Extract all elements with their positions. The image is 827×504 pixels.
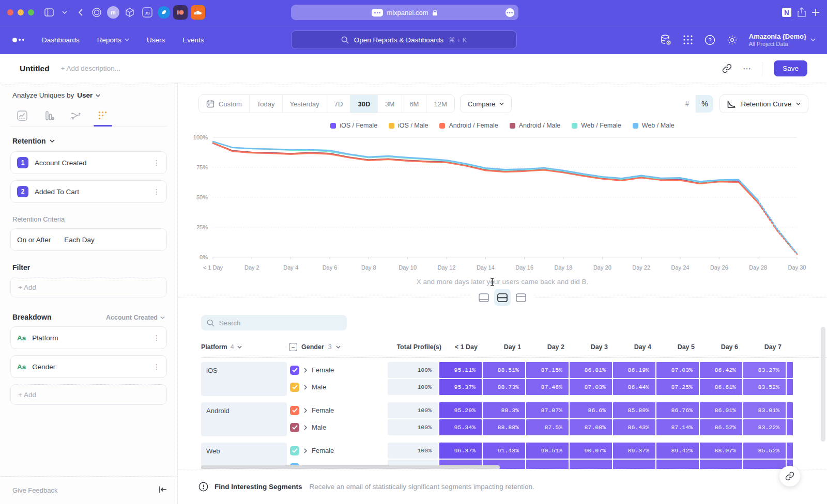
criteria-interval[interactable]: Each Day — [64, 236, 95, 244]
collapse-sidebar-icon[interactable] — [159, 486, 167, 495]
retention-value-cell[interactable]: 86.61% — [700, 379, 742, 395]
back-button[interactable] — [73, 6, 87, 19]
gender-column-header[interactable]: – Gender 3 — [289, 343, 390, 351]
retention-value-cell[interactable]: 87.08% — [570, 419, 612, 435]
retention-value-cell[interactable]: 86.44% — [613, 379, 655, 395]
legend-item[interactable]: Android / Female — [439, 122, 498, 129]
retention-value-cell[interactable]: 86.42% — [700, 362, 742, 378]
expand-chevron-icon[interactable] — [304, 385, 307, 390]
select-all-checkbox[interactable]: – — [289, 343, 297, 351]
breakdown-menu-button[interactable]: ⋮ — [153, 337, 160, 339]
share-icon[interactable] — [797, 7, 806, 18]
step-menu-button[interactable]: ⋮ — [153, 191, 160, 193]
save-button[interactable]: Save — [774, 60, 807, 76]
retention-section-header[interactable]: Retention — [12, 137, 165, 145]
table-search[interactable] — [201, 315, 347, 330]
breakdown-scope-dropdown[interactable]: Account Created — [106, 314, 165, 321]
give-feedback-link[interactable]: Give Feedback — [12, 486, 57, 494]
series-checkbox[interactable] — [290, 446, 299, 455]
retention-value-cell[interactable]: 86.01% — [700, 402, 742, 418]
table-search-input[interactable] — [219, 319, 333, 327]
retention-value-cell[interactable]: 91.43% — [483, 443, 525, 459]
value-mode-percent[interactable]: % — [696, 95, 713, 113]
series-checkbox[interactable] — [290, 383, 299, 392]
retention-value-cell[interactable]: 85.89% — [613, 402, 655, 418]
retention-value-cell[interactable]: 83.01% — [743, 402, 786, 418]
gender-cell[interactable]: Male — [289, 379, 388, 395]
legend-item[interactable]: Android / Male — [510, 122, 561, 129]
address-bar[interactable]: mixpanel.com ••• — [291, 5, 518, 20]
copy-link-icon[interactable] — [722, 64, 732, 73]
gender-cell[interactable]: Female — [289, 443, 388, 459]
gender-cell[interactable]: Male — [289, 419, 388, 435]
date-range-12m[interactable]: 12M — [426, 95, 454, 113]
breakdown-menu-button[interactable]: ⋮ — [153, 366, 160, 368]
retention-value-cell[interactable]: 87.03% — [656, 362, 699, 378]
expand-chevron-icon[interactable] — [304, 425, 307, 430]
add-filter-button[interactable]: + Add — [10, 277, 167, 297]
day-column-header[interactable]: Day 5 — [658, 343, 702, 351]
tab-funnels[interactable] — [38, 107, 60, 126]
retention-criteria-card[interactable]: On or After Each Day — [10, 228, 167, 251]
platform-cell[interactable]: Android — [201, 402, 287, 436]
retention-value-cell[interactable]: 87.03% — [570, 379, 612, 395]
retention-value-cell[interactable]: 87.5% — [526, 419, 569, 435]
expand-chevron-icon[interactable] — [304, 448, 307, 453]
retention-value-cell[interactable]: 86.6% — [570, 402, 612, 418]
breakdown-item-gender[interactable]: AaGender⋮ — [10, 355, 167, 378]
retention-value-cell[interactable]: 86.52% — [700, 419, 742, 435]
tab-flows[interactable] — [65, 107, 87, 126]
site-options-button[interactable]: ••• — [506, 8, 514, 17]
global-search-bar[interactable]: Open Reports & Dashboards ⌘ + K — [291, 30, 517, 49]
retention-value-cell[interactable]: 95.29% — [439, 402, 482, 418]
project-switcher[interactable]: Amazonia {Demo} All Project Data — [749, 33, 816, 47]
tab-retention[interactable] — [92, 107, 114, 126]
platform-column-header[interactable]: Platform 4 — [201, 343, 289, 351]
vertical-scrollbar[interactable] — [821, 327, 825, 442]
nav-link-dashboards[interactable]: Dashboards — [42, 36, 80, 44]
maximize-window-button[interactable] — [28, 9, 34, 15]
new-tab-plus-icon[interactable] — [811, 8, 820, 17]
legend-item[interactable]: Web / Female — [572, 122, 621, 129]
gender-cell[interactable]: Female — [289, 362, 388, 378]
series-checkbox[interactable] — [290, 406, 299, 415]
retention-value-cell[interactable]: 88.3% — [483, 402, 525, 418]
date-range-today[interactable]: Today — [250, 95, 283, 113]
gender-cell[interactable]: Female — [289, 402, 388, 418]
legend-item[interactable]: iOS / Female — [330, 122, 377, 129]
day-column-header[interactable]: Day 6 — [702, 343, 745, 351]
retention-value-cell[interactable]: 87.25% — [656, 379, 699, 395]
criteria-mode[interactable]: On or After — [17, 236, 51, 244]
date-range-3m[interactable]: 3M — [378, 95, 402, 113]
report-title[interactable]: Untitled — [20, 64, 50, 73]
help-icon[interactable]: ? — [705, 35, 715, 45]
notion-extension-icon[interactable]: N — [782, 7, 792, 18]
day-column-header[interactable]: Day 2 — [528, 343, 572, 351]
mixpanel-logo[interactable] — [12, 38, 24, 42]
retention-step-2[interactable]: 2Added To Cart⋮ — [10, 180, 167, 203]
nav-link-reports[interactable]: Reports — [97, 36, 129, 44]
report-description-placeholder[interactable]: + Add description... — [61, 65, 120, 72]
retention-value-cell[interactable]: 83.22% — [743, 419, 786, 435]
retention-value-cell[interactable]: 87.46% — [526, 379, 569, 395]
settings-gear-icon[interactable] — [727, 35, 738, 45]
data-management-icon[interactable] — [660, 34, 671, 45]
series-checkbox[interactable] — [290, 366, 299, 375]
platform-cell[interactable]: iOS — [201, 362, 287, 396]
retention-value-cell[interactable]: 88.88% — [483, 419, 525, 435]
pinned-tab-cube-icon[interactable] — [122, 5, 137, 20]
retention-value-cell[interactable]: 88.07% — [700, 443, 742, 459]
retention-step-1[interactable]: 1Account Created⋮ — [10, 151, 167, 174]
day-column-header[interactable]: < 1 Day — [441, 343, 485, 351]
date-range-6m[interactable]: 6M — [402, 95, 426, 113]
retention-value-cell[interactable]: 90.07% — [570, 443, 612, 459]
retention-value-cell[interactable]: 83.52% — [743, 379, 786, 395]
minimize-window-button[interactable] — [18, 9, 24, 15]
retention-value-cell[interactable]: 95.37% — [439, 379, 482, 395]
retention-value-cell[interactable]: 88.51% — [483, 362, 525, 378]
analyze-entity-dropdown[interactable]: User — [77, 91, 93, 99]
soundcloud-tab-icon[interactable] — [191, 5, 205, 20]
add-breakdown-button[interactable]: + Add — [10, 384, 167, 405]
pinned-tab-js-icon[interactable]: JS — [140, 5, 155, 20]
retention-value-cell[interactable]: 89.37% — [613, 443, 655, 459]
